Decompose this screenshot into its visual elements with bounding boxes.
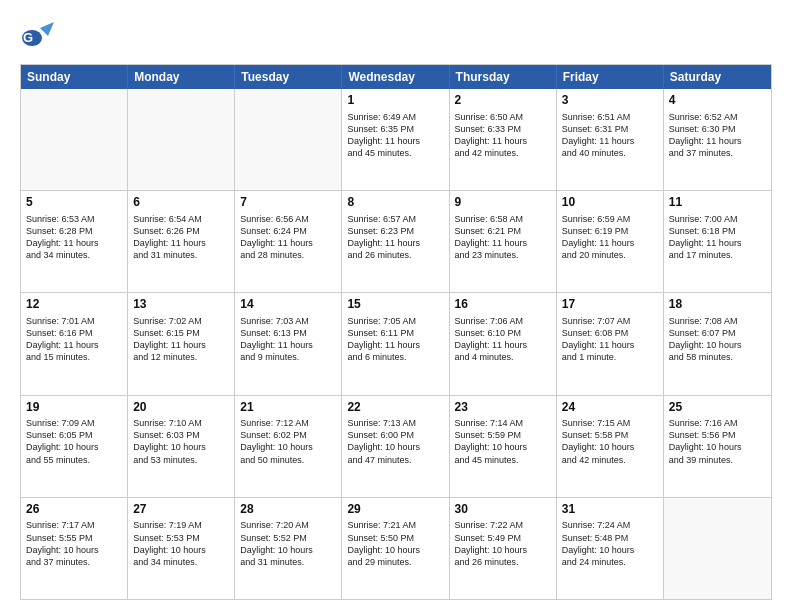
cell-daylight-info: Sunrise: 6:56 AM Sunset: 6:24 PM Dayligh… (240, 213, 336, 262)
calendar-cell: 17Sunrise: 7:07 AM Sunset: 6:08 PM Dayli… (557, 293, 664, 394)
calendar-cell: 29Sunrise: 7:21 AM Sunset: 5:50 PM Dayli… (342, 498, 449, 599)
day-number: 9 (455, 195, 551, 211)
cell-daylight-info: Sunrise: 6:57 AM Sunset: 6:23 PM Dayligh… (347, 213, 443, 262)
calendar-row-1: 5Sunrise: 6:53 AM Sunset: 6:28 PM Daylig… (21, 190, 771, 292)
calendar-cell: 20Sunrise: 7:10 AM Sunset: 6:03 PM Dayli… (128, 396, 235, 497)
calendar-cell: 22Sunrise: 7:13 AM Sunset: 6:00 PM Dayli… (342, 396, 449, 497)
day-number: 7 (240, 195, 336, 211)
calendar-cell: 18Sunrise: 7:08 AM Sunset: 6:07 PM Dayli… (664, 293, 771, 394)
calendar-cell: 21Sunrise: 7:12 AM Sunset: 6:02 PM Dayli… (235, 396, 342, 497)
calendar-cell: 7Sunrise: 6:56 AM Sunset: 6:24 PM Daylig… (235, 191, 342, 292)
calendar-cell: 12Sunrise: 7:01 AM Sunset: 6:16 PM Dayli… (21, 293, 128, 394)
day-number: 27 (133, 502, 229, 518)
weekday-header-monday: Monday (128, 65, 235, 89)
cell-daylight-info: Sunrise: 6:53 AM Sunset: 6:28 PM Dayligh… (26, 213, 122, 262)
page: G SundayMondayTuesdayWednesdayThursdayFr… (0, 0, 792, 612)
cell-daylight-info: Sunrise: 7:16 AM Sunset: 5:56 PM Dayligh… (669, 417, 766, 466)
cell-daylight-info: Sunrise: 7:17 AM Sunset: 5:55 PM Dayligh… (26, 519, 122, 568)
weekday-header-saturday: Saturday (664, 65, 771, 89)
calendar-body: 1Sunrise: 6:49 AM Sunset: 6:35 PM Daylig… (21, 89, 771, 599)
cell-daylight-info: Sunrise: 7:19 AM Sunset: 5:53 PM Dayligh… (133, 519, 229, 568)
day-number: 24 (562, 400, 658, 416)
cell-daylight-info: Sunrise: 7:10 AM Sunset: 6:03 PM Dayligh… (133, 417, 229, 466)
day-number: 11 (669, 195, 766, 211)
calendar-row-3: 19Sunrise: 7:09 AM Sunset: 6:05 PM Dayli… (21, 395, 771, 497)
cell-daylight-info: Sunrise: 6:54 AM Sunset: 6:26 PM Dayligh… (133, 213, 229, 262)
calendar-cell: 2Sunrise: 6:50 AM Sunset: 6:33 PM Daylig… (450, 89, 557, 190)
calendar-cell: 5Sunrise: 6:53 AM Sunset: 6:28 PM Daylig… (21, 191, 128, 292)
calendar-cell: 14Sunrise: 7:03 AM Sunset: 6:13 PM Dayli… (235, 293, 342, 394)
cell-daylight-info: Sunrise: 7:13 AM Sunset: 6:00 PM Dayligh… (347, 417, 443, 466)
calendar-cell: 27Sunrise: 7:19 AM Sunset: 5:53 PM Dayli… (128, 498, 235, 599)
cell-daylight-info: Sunrise: 7:09 AM Sunset: 6:05 PM Dayligh… (26, 417, 122, 466)
cell-daylight-info: Sunrise: 7:00 AM Sunset: 6:18 PM Dayligh… (669, 213, 766, 262)
calendar-cell: 16Sunrise: 7:06 AM Sunset: 6:10 PM Dayli… (450, 293, 557, 394)
cell-daylight-info: Sunrise: 7:14 AM Sunset: 5:59 PM Dayligh… (455, 417, 551, 466)
day-number: 28 (240, 502, 336, 518)
day-number: 3 (562, 93, 658, 109)
calendar-header: SundayMondayTuesdayWednesdayThursdayFrid… (21, 65, 771, 89)
logo-icon: G (20, 18, 56, 54)
calendar-cell: 26Sunrise: 7:17 AM Sunset: 5:55 PM Dayli… (21, 498, 128, 599)
day-number: 20 (133, 400, 229, 416)
cell-daylight-info: Sunrise: 7:24 AM Sunset: 5:48 PM Dayligh… (562, 519, 658, 568)
day-number: 14 (240, 297, 336, 313)
day-number: 2 (455, 93, 551, 109)
calendar-cell: 10Sunrise: 6:59 AM Sunset: 6:19 PM Dayli… (557, 191, 664, 292)
day-number: 8 (347, 195, 443, 211)
calendar-cell: 19Sunrise: 7:09 AM Sunset: 6:05 PM Dayli… (21, 396, 128, 497)
day-number: 12 (26, 297, 122, 313)
calendar-row-2: 12Sunrise: 7:01 AM Sunset: 6:16 PM Dayli… (21, 292, 771, 394)
calendar-row-4: 26Sunrise: 7:17 AM Sunset: 5:55 PM Dayli… (21, 497, 771, 599)
calendar-cell: 4Sunrise: 6:52 AM Sunset: 6:30 PM Daylig… (664, 89, 771, 190)
calendar-cell: 8Sunrise: 6:57 AM Sunset: 6:23 PM Daylig… (342, 191, 449, 292)
calendar-cell: 9Sunrise: 6:58 AM Sunset: 6:21 PM Daylig… (450, 191, 557, 292)
weekday-header-friday: Friday (557, 65, 664, 89)
day-number: 19 (26, 400, 122, 416)
cell-daylight-info: Sunrise: 7:01 AM Sunset: 6:16 PM Dayligh… (26, 315, 122, 364)
calendar-cell: 15Sunrise: 7:05 AM Sunset: 6:11 PM Dayli… (342, 293, 449, 394)
cell-daylight-info: Sunrise: 7:21 AM Sunset: 5:50 PM Dayligh… (347, 519, 443, 568)
calendar-cell: 31Sunrise: 7:24 AM Sunset: 5:48 PM Dayli… (557, 498, 664, 599)
cell-daylight-info: Sunrise: 6:50 AM Sunset: 6:33 PM Dayligh… (455, 111, 551, 160)
weekday-header-wednesday: Wednesday (342, 65, 449, 89)
calendar-cell (664, 498, 771, 599)
cell-daylight-info: Sunrise: 7:06 AM Sunset: 6:10 PM Dayligh… (455, 315, 551, 364)
day-number: 4 (669, 93, 766, 109)
day-number: 31 (562, 502, 658, 518)
day-number: 29 (347, 502, 443, 518)
calendar-cell (128, 89, 235, 190)
day-number: 18 (669, 297, 766, 313)
calendar: SundayMondayTuesdayWednesdayThursdayFrid… (20, 64, 772, 600)
logo: G (20, 18, 60, 54)
calendar-cell: 3Sunrise: 6:51 AM Sunset: 6:31 PM Daylig… (557, 89, 664, 190)
calendar-cell: 23Sunrise: 7:14 AM Sunset: 5:59 PM Dayli… (450, 396, 557, 497)
day-number: 23 (455, 400, 551, 416)
calendar-cell: 6Sunrise: 6:54 AM Sunset: 6:26 PM Daylig… (128, 191, 235, 292)
calendar-row-0: 1Sunrise: 6:49 AM Sunset: 6:35 PM Daylig… (21, 89, 771, 190)
day-number: 6 (133, 195, 229, 211)
weekday-header-thursday: Thursday (450, 65, 557, 89)
svg-marker-2 (40, 22, 54, 36)
day-number: 26 (26, 502, 122, 518)
calendar-cell: 1Sunrise: 6:49 AM Sunset: 6:35 PM Daylig… (342, 89, 449, 190)
calendar-cell: 11Sunrise: 7:00 AM Sunset: 6:18 PM Dayli… (664, 191, 771, 292)
cell-daylight-info: Sunrise: 7:07 AM Sunset: 6:08 PM Dayligh… (562, 315, 658, 364)
calendar-cell: 24Sunrise: 7:15 AM Sunset: 5:58 PM Dayli… (557, 396, 664, 497)
cell-daylight-info: Sunrise: 6:51 AM Sunset: 6:31 PM Dayligh… (562, 111, 658, 160)
cell-daylight-info: Sunrise: 7:20 AM Sunset: 5:52 PM Dayligh… (240, 519, 336, 568)
day-number: 1 (347, 93, 443, 109)
day-number: 17 (562, 297, 658, 313)
day-number: 16 (455, 297, 551, 313)
calendar-cell (235, 89, 342, 190)
header: G (20, 18, 772, 54)
day-number: 15 (347, 297, 443, 313)
calendar-cell: 13Sunrise: 7:02 AM Sunset: 6:15 PM Dayli… (128, 293, 235, 394)
calendar-cell: 30Sunrise: 7:22 AM Sunset: 5:49 PM Dayli… (450, 498, 557, 599)
calendar-cell: 25Sunrise: 7:16 AM Sunset: 5:56 PM Dayli… (664, 396, 771, 497)
calendar-cell (21, 89, 128, 190)
cell-daylight-info: Sunrise: 7:15 AM Sunset: 5:58 PM Dayligh… (562, 417, 658, 466)
cell-daylight-info: Sunrise: 6:49 AM Sunset: 6:35 PM Dayligh… (347, 111, 443, 160)
day-number: 13 (133, 297, 229, 313)
day-number: 10 (562, 195, 658, 211)
